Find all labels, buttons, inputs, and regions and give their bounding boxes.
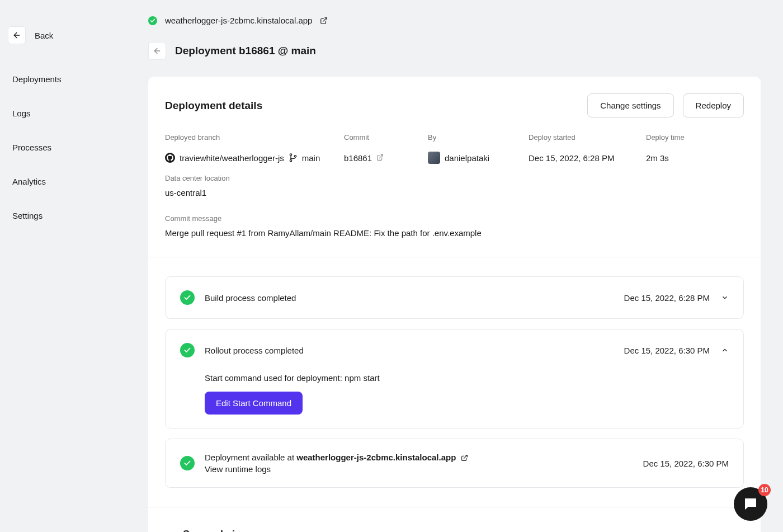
github-icon [165, 153, 175, 163]
external-link-icon [376, 154, 384, 162]
chat-icon [743, 496, 758, 512]
avatar [428, 152, 440, 164]
edit-start-command-button[interactable]: Edit Start Command [205, 392, 303, 415]
separator [148, 257, 761, 257]
value-branch: traviewhite/weatherlogger-js main [165, 152, 344, 164]
view-runtime-logs-link[interactable]: View runtime logs [205, 464, 271, 474]
details-card: Deployment details Change settings Redep… [148, 77, 761, 532]
arrow-left-icon [153, 46, 162, 55]
sidebar-item-analytics[interactable]: Analytics [7, 169, 141, 194]
sidebar: Back Deployments Logs Processes Analytic… [0, 0, 148, 532]
wrench-icon [165, 530, 174, 532]
chat-badge: 10 [758, 484, 771, 496]
app-url-row[interactable]: weatherlogger-js-2cbmc.kinstalocal.app [148, 16, 761, 25]
label-dc: Data center location [165, 174, 744, 182]
value-dc: us-central1 [165, 188, 744, 197]
label-by: By [428, 133, 529, 142]
step-build-header[interactable]: Build process completed Dec 15, 2022, 6:… [180, 290, 729, 305]
app-url-text: weatherlogger-js-2cbmc.kinstalocal.app [165, 16, 312, 25]
page-title-row: Deployment b16861 @ main [148, 42, 761, 60]
deploy-prefix: Deployment available at [205, 453, 296, 462]
svg-line-5 [464, 455, 467, 459]
step-rollout-body: Start command used for deployment: npm s… [205, 373, 729, 415]
svg-line-0 [323, 17, 327, 21]
check-circle-icon [180, 456, 195, 470]
page-title: Deployment b16861 @ main [175, 45, 316, 57]
svg-point-2 [290, 160, 291, 162]
value-commit[interactable]: b16861 [344, 152, 428, 164]
step-available: Deployment available at weatherlogger-js… [165, 439, 744, 488]
commit-hash: b16861 [344, 153, 372, 163]
label-branch: Deployed branch [165, 133, 344, 142]
svg-point-1 [290, 154, 291, 156]
check-circle-icon [180, 290, 195, 305]
by-name: danielpataki [445, 153, 489, 163]
back-button[interactable] [8, 26, 26, 44]
repo-name[interactable]: traviewhite/weatherlogger-js [180, 153, 284, 163]
superadmin-row: Superadmin [165, 526, 744, 532]
step-build-time: Dec 15, 2022, 6:28 PM [624, 293, 710, 303]
sidebar-item-deployments[interactable]: Deployments [7, 67, 141, 92]
step-rollout-title: Rollout process completed [205, 346, 624, 355]
step-available-header[interactable]: Deployment available at weatherlogger-js… [180, 453, 729, 474]
back-row[interactable]: Back [8, 26, 141, 44]
sidebar-item-logs[interactable]: Logs [7, 101, 141, 126]
sidebar-item-processes[interactable]: Processes [7, 135, 141, 160]
change-settings-button[interactable]: Change settings [587, 93, 673, 117]
card-title: Deployment details [165, 100, 262, 112]
value-time: 2m 3s [646, 152, 744, 164]
step-available-title-block: Deployment available at weatherlogger-js… [205, 453, 643, 474]
external-link-icon [461, 454, 469, 462]
label-time: Deploy time [646, 133, 744, 142]
check-circle-icon [180, 343, 195, 357]
svg-line-4 [379, 155, 383, 158]
git-branch-icon [289, 153, 298, 162]
step-rollout: Rollout process completed Dec 15, 2022, … [165, 329, 744, 429]
step-rollout-time: Dec 15, 2022, 6:30 PM [624, 346, 710, 355]
main-content: weatherlogger-js-2cbmc.kinstalocal.app D… [148, 0, 783, 532]
label-msg: Commit message [165, 214, 744, 223]
label-commit: Commit [344, 133, 428, 142]
start-command-text: Start command used for deployment: npm s… [205, 373, 729, 383]
status-dot-icon [148, 16, 157, 25]
step-build: Build process completed Dec 15, 2022, 6:… [165, 276, 744, 319]
back-label: Back [35, 31, 53, 40]
step-available-time: Dec 15, 2022, 6:30 PM [643, 459, 729, 468]
label-started: Deploy started [529, 133, 646, 142]
branch-name: main [302, 153, 320, 163]
superadmin-label: Superadmin [183, 529, 241, 532]
chevron-up-icon [721, 346, 729, 354]
step-rollout-header[interactable]: Rollout process completed Dec 15, 2022, … [180, 343, 729, 357]
value-msg: Merge pull request #1 from RamyAllam/mai… [165, 228, 744, 238]
separator [148, 507, 761, 507]
arrow-left-icon [12, 31, 21, 40]
value-by: danielpataki [428, 152, 529, 164]
chat-launcher[interactable]: 10 [734, 487, 767, 521]
step-build-title: Build process completed [205, 293, 624, 303]
page-back-button[interactable] [148, 42, 166, 60]
sidebar-item-settings[interactable]: Settings [7, 203, 141, 228]
chevron-down-icon [721, 294, 729, 302]
deploy-host[interactable]: weatherlogger-js-2cbmc.kinstalocal.app [296, 453, 456, 462]
external-link-icon [320, 17, 328, 25]
value-started: Dec 15, 2022, 6:28 PM [529, 152, 646, 164]
redeploy-button[interactable]: Redeploy [683, 93, 744, 117]
